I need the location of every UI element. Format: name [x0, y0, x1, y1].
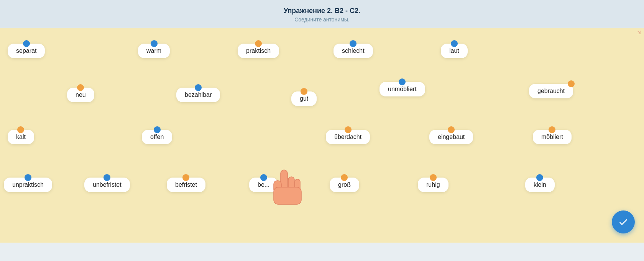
word-text-klein: klein	[534, 181, 546, 188]
word-card-gut[interactable]: gut	[291, 91, 317, 106]
word-card-praktisch[interactable]: praktisch	[238, 44, 279, 58]
dot-be_	[260, 174, 267, 181]
word-card-kalt[interactable]: kalt	[8, 130, 34, 144]
word-text-ueberdacht: überdacht	[334, 134, 361, 140]
dot-befristet	[182, 174, 189, 181]
dot-offen	[154, 126, 161, 133]
dot-bezahlbar	[195, 84, 202, 91]
svg-rect-0	[281, 170, 288, 191]
dot-warm	[151, 40, 158, 47]
word-text-laut: laut	[449, 47, 459, 54]
word-card-offen[interactable]: offen	[142, 130, 172, 144]
word-text-unbefristet: unbefristet	[93, 181, 122, 188]
word-text-eingebaut: eingebaut	[438, 134, 465, 140]
dot-laut	[451, 40, 458, 47]
dot-praktisch	[255, 40, 262, 47]
exercise-header: Упражнение 2. B2 - C2. Соедините антоним…	[0, 0, 644, 28]
word-text-be_: be...	[258, 181, 269, 188]
dot-unmoebliert	[399, 78, 406, 85]
dot-schlecht	[350, 40, 356, 47]
word-text-offen: offen	[150, 134, 164, 140]
dot-ruhig	[430, 174, 437, 181]
dot-gebraucht	[568, 80, 575, 87]
word-card-gross[interactable]: groß	[330, 178, 359, 192]
word-text-warm: warm	[146, 47, 161, 54]
word-card-laut[interactable]: laut	[441, 44, 468, 58]
word-text-moebliert: möbliert	[541, 134, 563, 140]
word-text-praktisch: praktisch	[246, 47, 271, 54]
word-text-gebraucht: gebraucht	[537, 88, 565, 94]
svg-rect-2	[295, 179, 300, 195]
resize-handle[interactable]: ⇲	[637, 30, 641, 35]
dot-gross	[341, 174, 348, 181]
word-text-kalt: kalt	[16, 134, 26, 140]
word-text-neu: neu	[76, 91, 86, 98]
word-text-schlecht: schlecht	[342, 47, 365, 54]
word-text-unmoebliert: unmöbliert	[388, 86, 417, 92]
exercise-area: ⇲ separatwarmpraktischschlechtlautgebrau…	[0, 28, 644, 243]
word-card-unbefristet[interactable]: unbefristet	[84, 178, 130, 192]
word-card-ruhig[interactable]: ruhig	[418, 178, 449, 192]
svg-rect-5	[274, 187, 301, 204]
exercise-title: Упражнение 2. B2 - C2.	[0, 7, 644, 15]
word-text-befristet: befristet	[175, 181, 197, 188]
dot-unpraktisch	[25, 174, 31, 181]
word-card-unpraktisch[interactable]: unpraktisch	[4, 178, 52, 192]
word-card-warm[interactable]: warm	[138, 44, 170, 58]
exercise-subtitle: Соедините антонимы.	[0, 16, 644, 23]
dot-neu	[77, 84, 84, 91]
dot-gut	[301, 88, 307, 95]
word-text-unpraktisch: unpraktisch	[12, 181, 44, 188]
word-text-ruhig: ruhig	[426, 181, 440, 188]
word-card-neu[interactable]: neu	[67, 88, 94, 102]
word-card-moebliert[interactable]: möbliert	[533, 130, 572, 144]
word-card-unmoebliert[interactable]: unmöbliert	[380, 82, 425, 96]
word-card-gebraucht[interactable]: gebraucht	[529, 84, 573, 98]
check-icon	[618, 217, 629, 227]
word-card-klein[interactable]: klein	[525, 178, 555, 192]
word-card-bezahlbar[interactable]: bezahlbar	[176, 88, 220, 102]
dot-moebliert	[549, 126, 555, 133]
word-card-befristet[interactable]: befristet	[167, 178, 205, 192]
word-text-gross: groß	[338, 181, 351, 188]
word-text-separat: separat	[16, 47, 36, 54]
dot-kalt	[17, 126, 24, 133]
word-card-eingebaut[interactable]: eingebaut	[429, 130, 473, 144]
dot-separat	[23, 40, 30, 47]
word-card-be_[interactable]: be...	[249, 178, 278, 192]
dot-klein	[536, 174, 543, 181]
submit-button[interactable]	[612, 210, 635, 233]
dot-ueberdacht	[345, 126, 352, 133]
dot-unbefristet	[104, 174, 110, 181]
word-card-separat[interactable]: separat	[8, 44, 45, 58]
word-card-schlecht[interactable]: schlecht	[334, 44, 373, 58]
word-text-gut: gut	[300, 95, 308, 102]
svg-rect-1	[288, 177, 294, 195]
dot-eingebaut	[448, 126, 455, 133]
word-text-bezahlbar: bezahlbar	[185, 91, 212, 98]
word-card-ueberdacht[interactable]: überdacht	[326, 130, 370, 144]
